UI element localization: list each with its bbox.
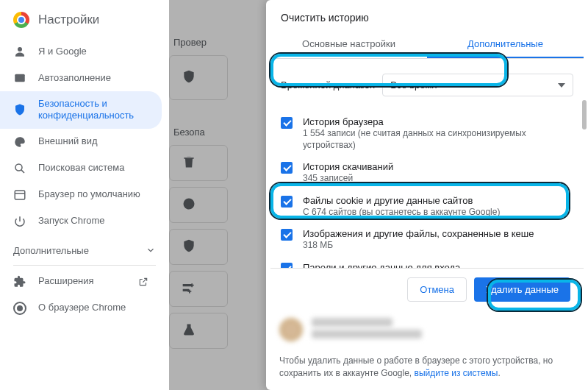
sidebar-item-label: Внешний вид	[38, 135, 98, 147]
sidebar-item-autofill[interactable]: Автозаполнение	[0, 65, 162, 91]
power-icon	[13, 215, 26, 228]
sidebar-item-label: Я и Google	[38, 46, 87, 57]
sidebar-item-search-engine[interactable]: Поисковая система	[0, 155, 162, 182]
sign-out-link[interactable]: выйдите из системы	[415, 368, 498, 378]
sidebar-item-on-startup[interactable]: Запуск Chrome	[0, 208, 162, 235]
external-link-icon	[138, 277, 148, 287]
dropdown-arrow-icon	[558, 82, 565, 89]
sidebar-item-label: О браузере Chrome	[38, 302, 126, 313]
svg-rect-4	[15, 191, 25, 199]
option-sub: 345 записей	[303, 173, 393, 185]
option-passwords[interactable]: Пароли и другие данные для входа 115 пар…	[276, 257, 578, 268]
sidebar-item-label: Расширения	[38, 275, 94, 287]
option-cookies[interactable]: Файлы cookie и другие данные сайтов С 67…	[276, 190, 578, 224]
sidebar-item-me-and-google[interactable]: Я и Google	[0, 38, 162, 65]
svg-rect-1	[15, 74, 25, 82]
account-avatar	[279, 318, 303, 341]
sidebar-item-label: Запуск Chrome	[38, 215, 105, 227]
option-sub: 1 554 записи (не считая данных на синхро…	[303, 128, 573, 151]
search-icon	[13, 162, 26, 175]
sidebar-item-label: Автозаполнение	[38, 72, 111, 84]
clear-data-button[interactable]: Удалить данные	[474, 277, 570, 302]
sidebar-item-label: Поисковая система	[38, 162, 125, 174]
sidebar-item-label: Безопасность и конфиденциальность	[38, 98, 148, 122]
sidebar-item-about-chrome[interactable]: О браузере Chrome	[0, 295, 162, 322]
checkbox[interactable]	[281, 229, 293, 241]
dialog-title: Очистить историю	[266, 0, 588, 31]
checkbox[interactable]	[281, 263, 293, 268]
account-email-blurred	[312, 330, 422, 338]
checkbox[interactable]	[281, 117, 293, 129]
time-range-label: Временной диапазон	[281, 79, 375, 91]
tab-basic[interactable]: Основные настройки	[270, 31, 427, 58]
chevron-down-icon	[146, 245, 156, 255]
option-title: Файлы cookie и другие данные сайтов	[303, 195, 500, 206]
option-browsing-history[interactable]: История браузера 1 554 записи (не считая…	[276, 111, 578, 156]
sidebar-item-appearance[interactable]: Внешний вид	[0, 129, 162, 155]
sidebar-item-default-browser[interactable]: Браузер по умолчанию	[0, 182, 162, 208]
time-range-value: Все время	[390, 79, 437, 91]
svg-point-2	[15, 164, 22, 171]
page-title: Настройки	[38, 13, 99, 27]
option-cached-images[interactable]: Изображения и другие файлы, сохраненные …	[276, 223, 578, 257]
footer-message: Чтобы удалить данные о работе в браузере…	[266, 353, 588, 390]
tab-advanced[interactable]: Дополнительные	[427, 31, 584, 58]
extension-icon	[13, 275, 26, 288]
sidebar-advanced-toggle[interactable]: Дополнительные	[0, 235, 169, 260]
clear-browsing-data-dialog: Очистить историю Основные настройки Допо…	[266, 0, 588, 390]
option-sub: С 674 сайтов (вы останетесь в аккаунте G…	[303, 207, 500, 219]
option-title: История скачиваний	[303, 161, 393, 172]
divider	[13, 265, 156, 266]
option-download-history[interactable]: История скачиваний 345 записей	[276, 156, 578, 190]
sidebar-item-extensions[interactable]: Расширения	[0, 269, 162, 295]
time-range-select[interactable]: Все время	[382, 74, 573, 96]
person-icon	[13, 45, 26, 58]
shield-icon	[13, 103, 26, 116]
account-name-blurred	[312, 318, 392, 327]
chrome-icon	[13, 302, 26, 315]
cancel-button[interactable]: Отмена	[407, 277, 467, 302]
svg-line-3	[21, 169, 24, 172]
scrollbar-thumb[interactable]	[582, 100, 587, 130]
sidebar-advanced-label: Дополнительные	[13, 245, 89, 256]
option-title: История браузера	[303, 116, 573, 127]
checkbox[interactable]	[281, 162, 293, 174]
option-title: Пароли и другие данные для входа	[303, 262, 573, 268]
sidebar-item-privacy-security[interactable]: Безопасность и конфиденциальность	[0, 91, 162, 129]
autofill-icon	[13, 71, 26, 85]
checkbox[interactable]	[281, 196, 293, 208]
sidebar-item-label: Браузер по умолчанию	[38, 188, 140, 200]
option-sub: 318 МБ	[303, 240, 534, 252]
chrome-logo-icon	[13, 12, 29, 28]
svg-point-0	[18, 47, 22, 52]
option-title: Изображения и другие файлы, сохраненные …	[303, 228, 534, 239]
browser-icon	[13, 188, 26, 202]
palette-icon	[13, 135, 26, 149]
